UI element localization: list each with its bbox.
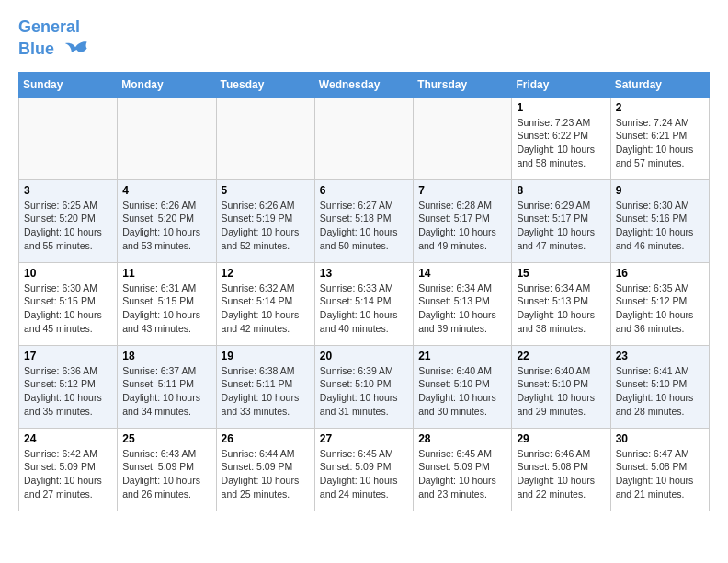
calendar-week-1: 1Sunrise: 7:23 AM Sunset: 6:22 PM Daylig… — [19, 97, 710, 179]
calendar-day-9: 9Sunrise: 6:30 AM Sunset: 5:16 PM Daylig… — [610, 179, 709, 262]
calendar-week-4: 17Sunrise: 6:36 AM Sunset: 5:12 PM Dayli… — [19, 345, 710, 428]
day-info: Sunrise: 6:46 AM Sunset: 5:08 PM Dayligh… — [517, 447, 605, 501]
day-info: Sunrise: 6:30 AM Sunset: 5:15 PM Dayligh… — [24, 282, 112, 336]
empty-cell — [414, 97, 512, 179]
day-info: Sunrise: 6:42 AM Sunset: 5:09 PM Dayligh… — [24, 447, 112, 501]
logo-bird-icon — [63, 37, 88, 63]
day-number: 2 — [616, 101, 704, 114]
day-info: Sunrise: 6:37 AM Sunset: 5:11 PM Dayligh… — [122, 364, 210, 419]
day-info: Sunrise: 6:39 AM Sunset: 5:10 PM Dayligh… — [320, 364, 408, 419]
day-number: 18 — [122, 350, 210, 362]
calendar-day-27: 27Sunrise: 6:45 AM Sunset: 5:09 PM Dayli… — [314, 428, 413, 511]
calendar-day-6: 6Sunrise: 6:27 AM Sunset: 5:18 PM Daylig… — [314, 179, 413, 262]
day-number: 16 — [616, 267, 704, 280]
day-number: 26 — [222, 432, 310, 445]
day-number: 23 — [616, 350, 704, 362]
day-number: 8 — [517, 184, 605, 197]
day-info: Sunrise: 6:43 AM Sunset: 5:09 PM Dayligh… — [122, 447, 210, 501]
empty-cell — [19, 97, 118, 179]
logo-blue: Blue — [18, 40, 54, 58]
day-number: 14 — [418, 267, 506, 280]
calendar-day-16: 16Sunrise: 6:35 AM Sunset: 5:12 PM Dayli… — [610, 262, 709, 345]
day-info: Sunrise: 7:24 AM Sunset: 6:21 PM Dayligh… — [616, 116, 704, 170]
calendar-day-11: 11Sunrise: 6:31 AM Sunset: 5:15 PM Dayli… — [118, 262, 216, 345]
calendar-week-3: 10Sunrise: 6:30 AM Sunset: 5:15 PM Dayli… — [19, 262, 710, 345]
calendar-day-19: 19Sunrise: 6:38 AM Sunset: 5:11 PM Dayli… — [216, 345, 314, 428]
calendar-day-15: 15Sunrise: 6:34 AM Sunset: 5:13 PM Dayli… — [512, 262, 610, 345]
day-number: 22 — [517, 350, 605, 362]
calendar-day-23: 23Sunrise: 6:41 AM Sunset: 5:10 PM Dayli… — [610, 345, 709, 428]
day-number: 1 — [517, 101, 605, 114]
weekday-header-monday: Monday — [118, 72, 216, 97]
day-number: 25 — [122, 432, 210, 445]
day-number: 4 — [122, 184, 210, 197]
empty-cell — [118, 97, 216, 179]
day-number: 19 — [222, 350, 310, 362]
calendar-day-26: 26Sunrise: 6:44 AM Sunset: 5:09 PM Dayli… — [216, 428, 314, 511]
calendar-day-21: 21Sunrise: 6:40 AM Sunset: 5:10 PM Dayli… — [414, 345, 512, 428]
calendar-day-4: 4Sunrise: 6:26 AM Sunset: 5:20 PM Daylig… — [118, 179, 216, 262]
calendar-day-20: 20Sunrise: 6:39 AM Sunset: 5:10 PM Dayli… — [314, 345, 413, 428]
page-header: General Blue — [18, 18, 710, 63]
day-number: 11 — [122, 267, 210, 280]
day-info: Sunrise: 6:41 AM Sunset: 5:10 PM Dayligh… — [616, 364, 704, 419]
weekday-header-saturday: Saturday — [610, 72, 709, 97]
weekday-header-thursday: Thursday — [414, 72, 512, 97]
weekday-header-row: SundayMondayTuesdayWednesdayThursdayFrid… — [19, 72, 710, 97]
logo: General Blue — [18, 18, 88, 63]
day-number: 9 — [616, 184, 704, 197]
day-info: Sunrise: 6:40 AM Sunset: 5:10 PM Dayligh… — [418, 364, 506, 419]
calendar-day-30: 30Sunrise: 6:47 AM Sunset: 5:08 PM Dayli… — [610, 428, 709, 511]
day-info: Sunrise: 6:34 AM Sunset: 5:13 PM Dayligh… — [517, 282, 605, 336]
day-info: Sunrise: 6:32 AM Sunset: 5:14 PM Dayligh… — [222, 282, 310, 336]
calendar-day-13: 13Sunrise: 6:33 AM Sunset: 5:14 PM Dayli… — [314, 262, 413, 345]
day-number: 7 — [418, 184, 506, 197]
day-info: Sunrise: 6:36 AM Sunset: 5:12 PM Dayligh… — [24, 364, 112, 419]
day-info: Sunrise: 6:45 AM Sunset: 5:09 PM Dayligh… — [320, 447, 408, 501]
calendar-day-1: 1Sunrise: 7:23 AM Sunset: 6:22 PM Daylig… — [512, 97, 610, 179]
weekday-header-tuesday: Tuesday — [216, 72, 314, 97]
day-number: 27 — [320, 432, 408, 445]
day-number: 30 — [616, 432, 704, 445]
day-number: 15 — [517, 267, 605, 280]
calendar-table: SundayMondayTuesdayWednesdayThursdayFrid… — [18, 72, 710, 511]
day-number: 6 — [320, 184, 408, 197]
calendar-day-7: 7Sunrise: 6:28 AM Sunset: 5:17 PM Daylig… — [414, 179, 512, 262]
day-info: Sunrise: 6:38 AM Sunset: 5:11 PM Dayligh… — [222, 364, 310, 419]
day-info: Sunrise: 6:47 AM Sunset: 5:08 PM Dayligh… — [616, 447, 704, 501]
day-info: Sunrise: 6:27 AM Sunset: 5:18 PM Dayligh… — [320, 199, 408, 253]
weekday-header-wednesday: Wednesday — [314, 72, 413, 97]
calendar-day-18: 18Sunrise: 6:37 AM Sunset: 5:11 PM Dayli… — [118, 345, 216, 428]
day-info: Sunrise: 6:30 AM Sunset: 5:16 PM Dayligh… — [616, 199, 704, 253]
calendar-day-17: 17Sunrise: 6:36 AM Sunset: 5:12 PM Dayli… — [19, 345, 118, 428]
empty-cell — [216, 97, 314, 179]
weekday-header-sunday: Sunday — [19, 72, 118, 97]
day-number: 12 — [222, 267, 310, 280]
logo-general: General — [18, 17, 80, 36]
calendar-day-5: 5Sunrise: 6:26 AM Sunset: 5:19 PM Daylig… — [216, 179, 314, 262]
day-info: Sunrise: 6:33 AM Sunset: 5:14 PM Dayligh… — [320, 282, 408, 336]
day-number: 28 — [418, 432, 506, 445]
day-info: Sunrise: 6:28 AM Sunset: 5:17 PM Dayligh… — [418, 199, 506, 253]
calendar-day-29: 29Sunrise: 6:46 AM Sunset: 5:08 PM Dayli… — [512, 428, 610, 511]
day-number: 21 — [418, 350, 506, 362]
day-info: Sunrise: 6:45 AM Sunset: 5:09 PM Dayligh… — [418, 447, 506, 501]
day-info: Sunrise: 6:26 AM Sunset: 5:20 PM Dayligh… — [122, 199, 210, 253]
calendar-day-12: 12Sunrise: 6:32 AM Sunset: 5:14 PM Dayli… — [216, 262, 314, 345]
calendar-day-2: 2Sunrise: 7:24 AM Sunset: 6:21 PM Daylig… — [610, 97, 709, 179]
day-number: 17 — [24, 350, 112, 362]
calendar-week-2: 3Sunrise: 6:25 AM Sunset: 5:20 PM Daylig… — [19, 179, 710, 262]
day-info: Sunrise: 6:31 AM Sunset: 5:15 PM Dayligh… — [122, 282, 210, 336]
day-info: Sunrise: 6:26 AM Sunset: 5:19 PM Dayligh… — [222, 199, 310, 253]
day-info: Sunrise: 6:25 AM Sunset: 5:20 PM Dayligh… — [24, 199, 112, 253]
calendar-week-5: 24Sunrise: 6:42 AM Sunset: 5:09 PM Dayli… — [19, 428, 710, 511]
day-info: Sunrise: 6:40 AM Sunset: 5:10 PM Dayligh… — [517, 364, 605, 419]
day-info: Sunrise: 7:23 AM Sunset: 6:22 PM Dayligh… — [517, 116, 605, 170]
day-info: Sunrise: 6:44 AM Sunset: 5:09 PM Dayligh… — [222, 447, 310, 501]
day-info: Sunrise: 6:29 AM Sunset: 5:17 PM Dayligh… — [517, 199, 605, 253]
weekday-header-friday: Friday — [512, 72, 610, 97]
day-number: 24 — [24, 432, 112, 445]
day-info: Sunrise: 6:34 AM Sunset: 5:13 PM Dayligh… — [418, 282, 506, 336]
day-number: 5 — [222, 184, 310, 197]
calendar-day-8: 8Sunrise: 6:29 AM Sunset: 5:17 PM Daylig… — [512, 179, 610, 262]
